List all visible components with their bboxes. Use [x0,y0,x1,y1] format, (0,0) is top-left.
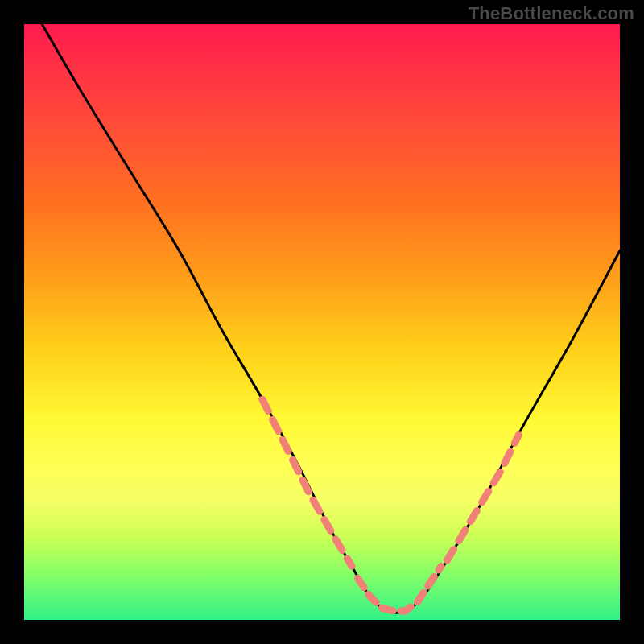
highlight-segments [262,399,518,611]
watermark-text: TheBottleneck.com [469,3,634,24]
curve-layer [24,24,620,620]
plot-area [24,24,620,620]
highlight-segment [357,566,441,611]
highlight-segment [447,436,518,560]
chart-frame: TheBottleneck.com [0,0,644,644]
highlight-segment [262,399,352,566]
